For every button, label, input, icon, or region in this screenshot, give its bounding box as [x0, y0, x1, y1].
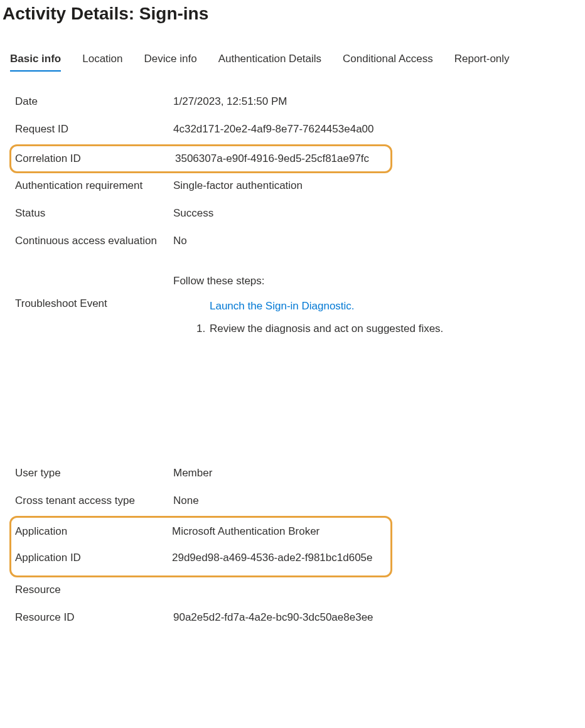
- page-title: Activity Details: Sign-ins: [0, 0, 585, 24]
- row-application-id: Application ID 29d9ed98-a469-4536-ade2-f…: [15, 547, 384, 573]
- value-cross-tenant: None: [173, 495, 199, 507]
- launch-signin-diagnostic-link[interactable]: Launch the Sign-in Diagnostic.: [210, 300, 355, 313]
- row-correlation-id-highlighted: Correlation ID 3506307a-e90f-4916-9ed5-2…: [9, 144, 392, 173]
- row-status: Status Success: [15, 201, 585, 228]
- label-request-id: Request ID: [15, 123, 173, 136]
- row-date: Date 1/27/2023, 12:51:50 PM: [15, 89, 585, 117]
- row-resource: Resource: [15, 577, 585, 605]
- value-application-id: 29d9ed98-a469-4536-ade2-f981bc1d605e: [172, 552, 373, 564]
- details-upper: Date 1/27/2023, 12:51:50 PM Request ID 4…: [0, 89, 585, 341]
- tab-basic-info[interactable]: Basic info: [10, 53, 61, 72]
- label-application-id: Application ID: [15, 552, 172, 564]
- tab-location[interactable]: Location: [82, 53, 122, 72]
- label-auth-requirement: Authentication requirement: [15, 179, 173, 192]
- label-resource-id: Resource ID: [15, 611, 173, 624]
- application-block-highlighted: Application Microsoft Authentication Bro…: [9, 516, 392, 577]
- value-application: Microsoft Authentication Broker: [172, 525, 319, 538]
- label-resource: Resource: [15, 584, 173, 596]
- value-user-type: Member: [173, 467, 212, 479]
- tab-bar: Basic info Location Device info Authenti…: [0, 53, 585, 72]
- label-correlation-id: Correlation ID: [15, 153, 175, 165]
- troubleshoot-intro: Follow these steps:: [173, 275, 443, 287]
- row-resource-id: Resource ID 90a2e5d2-fd7a-4a2e-bc90-3dc5…: [15, 605, 585, 633]
- spacer: [0, 341, 585, 461]
- details-lower: User type Member Cross tenant access typ…: [0, 461, 585, 633]
- row-auth-requirement: Authentication requirement Single-factor…: [15, 173, 585, 201]
- row-troubleshoot: Troubleshoot Event Follow these steps: L…: [15, 269, 585, 341]
- value-cae: No: [173, 235, 187, 247]
- label-cross-tenant: Cross tenant access type: [15, 495, 173, 507]
- row-application: Application Microsoft Authentication Bro…: [15, 520, 384, 547]
- label-cae: Continuous access evaluation: [15, 235, 173, 247]
- value-auth-requirement: Single-factor authentication: [173, 179, 303, 192]
- label-status: Status: [15, 207, 173, 220]
- tab-report-only[interactable]: Report-only: [454, 53, 510, 72]
- tab-authentication-details[interactable]: Authentication Details: [218, 53, 321, 72]
- row-request-id: Request ID 4c32d171-20e2-4af9-8e77-76244…: [15, 117, 585, 144]
- row-cross-tenant: Cross tenant access type None: [15, 488, 585, 516]
- label-troubleshoot: Troubleshoot Event: [15, 275, 173, 310]
- value-correlation-id: 3506307a-e90f-4916-9ed5-25cf81ae97fc: [175, 153, 369, 165]
- troubleshoot-content: Follow these steps: Launch the Sign-in D…: [173, 275, 443, 335]
- label-date: Date: [15, 95, 173, 108]
- label-user-type: User type: [15, 467, 173, 479]
- tab-device-info[interactable]: Device info: [144, 53, 197, 72]
- value-resource-id: 90a2e5d2-fd7a-4a2e-bc90-3dc50ae8e3ee: [173, 611, 373, 624]
- value-request-id: 4c32d171-20e2-4af9-8e77-7624453e4a00: [173, 123, 374, 136]
- value-date: 1/27/2023, 12:51:50 PM: [173, 95, 287, 108]
- label-application: Application: [15, 525, 172, 538]
- row-user-type: User type Member: [15, 461, 585, 488]
- row-cae: Continuous access evaluation No: [15, 228, 585, 256]
- tab-conditional-access[interactable]: Conditional Access: [343, 53, 433, 72]
- troubleshoot-step-1: Review the diagnosis and act on suggeste…: [208, 323, 443, 335]
- value-status: Success: [173, 207, 213, 220]
